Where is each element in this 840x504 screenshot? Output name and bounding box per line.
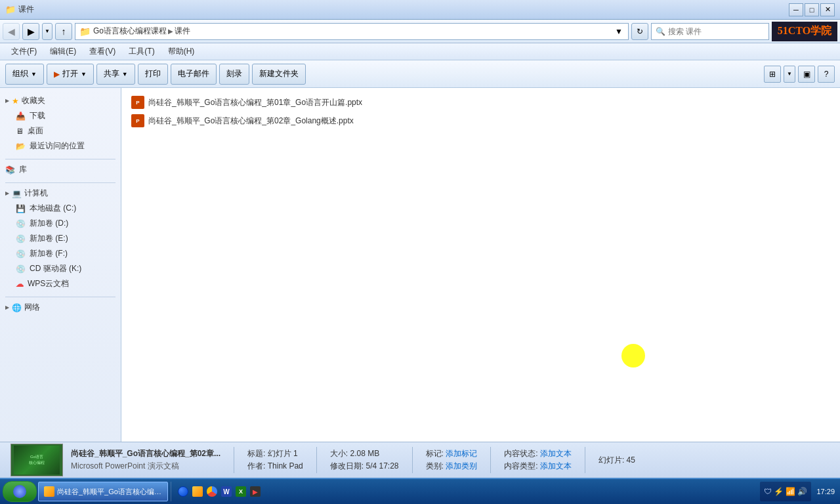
newfolder-button[interactable]: 新建文件夹 bbox=[252, 64, 306, 85]
tray-bluetooth-icon[interactable]: ⚡ bbox=[774, 487, 784, 496]
sidebar-item-recent[interactable]: 📂 最近访问的位置 bbox=[0, 138, 121, 154]
forward-button[interactable]: ▶ bbox=[22, 23, 39, 40]
cd-k-label: CD 驱动器 (K:) bbox=[30, 263, 81, 274]
help-icon: ? bbox=[824, 70, 829, 79]
list-item[interactable]: P 尚硅谷_韩顺平_Go语言核心编程_第02章_Golang概述.pptx bbox=[127, 112, 835, 130]
address-bar[interactable]: 📁 Go语言核心编程课程 ▶ 课件 ▼ bbox=[75, 23, 629, 40]
up-button[interactable]: ↑ bbox=[55, 23, 72, 40]
burn-button[interactable]: 刻录 bbox=[219, 64, 249, 85]
email-button[interactable]: 电子邮件 bbox=[171, 64, 217, 85]
desktop-icon: 🖥 bbox=[16, 127, 24, 136]
sidebar-item-downloads[interactable]: 📥 下载 bbox=[0, 108, 121, 123]
desktop-label: 桌面 bbox=[28, 125, 43, 136]
drive-c-icon: 💾 bbox=[16, 204, 26, 213]
drive-f-icon: 💿 bbox=[16, 249, 26, 259]
menu-help[interactable]: 帮助(H) bbox=[162, 44, 201, 59]
favorites-header[interactable]: ▶ ★ 收藏夹 bbox=[0, 93, 121, 108]
camera-icon[interactable]: ▶ bbox=[250, 486, 261, 497]
triangle-icon-2: ▶ bbox=[5, 190, 9, 196]
file-icon-2: P bbox=[131, 114, 144, 127]
sidebar-item-desktop[interactable]: 🖥 桌面 bbox=[0, 123, 121, 138]
sidebar-item-wps[interactable]: ☁ WPS云文档 bbox=[0, 276, 121, 291]
computer-header[interactable]: ▶ 💻 计算机 bbox=[0, 186, 121, 201]
view-dropdown-button[interactable]: ▼ bbox=[784, 66, 795, 83]
address-dropdown-icon[interactable]: ▼ bbox=[615, 27, 624, 36]
status-tags: 标记: 添加标记 bbox=[426, 448, 478, 459]
ie-icon[interactable] bbox=[178, 486, 188, 497]
downloads-label: 下载 bbox=[30, 110, 45, 121]
tray-network-icon[interactable]: 📶 bbox=[786, 487, 795, 496]
path-separator-icon: ▶ bbox=[168, 28, 173, 35]
share-button[interactable]: 共享 ▼ bbox=[96, 64, 135, 85]
sidebar-divider-1 bbox=[5, 159, 116, 159]
newfolder-label: 新建文件夹 bbox=[259, 68, 299, 79]
wps-label: WPS云文档 bbox=[28, 278, 69, 289]
logo: 51CTO学院 bbox=[772, 22, 837, 41]
sidebar-item-f[interactable]: 💿 新加卷 (F:) bbox=[0, 246, 121, 261]
taskbar-explorer[interactable]: 尚硅谷_韩顺平_Go语言核心编程_第02章... bbox=[38, 482, 168, 501]
back-button[interactable]: ◀ bbox=[3, 23, 20, 40]
path-current: 课件 bbox=[175, 26, 190, 37]
wps-w-icon[interactable]: W bbox=[221, 486, 232, 497]
back-icon: ◀ bbox=[8, 26, 15, 37]
open-button[interactable]: ▶ 打开 ▼ bbox=[47, 64, 94, 85]
share-dropdown-icon: ▼ bbox=[122, 71, 128, 77]
status-content-state: 内容状态: 添加文本 bbox=[504, 448, 572, 459]
status-title-section: 标题: 幻灯片 1 作者: Think Pad bbox=[247, 448, 303, 472]
pptx-icon-2: P bbox=[131, 114, 144, 127]
sidebar-item-d[interactable]: 💿 新加卷 (D:) bbox=[0, 216, 121, 231]
organize-button[interactable]: 组织 ▼ bbox=[5, 64, 44, 85]
file-name-1: 尚硅谷_韩顺平_Go语言核心编程_第01章_Go语言开山篇.pptx bbox=[148, 97, 362, 108]
network-label: 网络 bbox=[24, 302, 40, 313]
taskbar-explorer-label: 尚硅谷_韩顺平_Go语言核心编程_第02章... bbox=[57, 487, 162, 497]
explorer-icon[interactable] bbox=[192, 486, 203, 497]
view-toggle-button[interactable]: ⊞ bbox=[764, 66, 781, 83]
drive-d-icon: 💿 bbox=[16, 219, 26, 228]
library-header[interactable]: 📚 库 bbox=[0, 162, 121, 177]
status-size: 大小: 2.08 MB bbox=[330, 448, 399, 459]
print-button[interactable]: 打印 bbox=[138, 64, 168, 85]
status-divider-1 bbox=[234, 447, 234, 473]
menu-tools[interactable]: 工具(T) bbox=[123, 44, 160, 59]
list-item[interactable]: P 尚硅谷_韩顺平_Go语言核心编程_第01章_Go语言开山篇.pptx bbox=[127, 93, 835, 112]
minimize-button[interactable]: ─ bbox=[789, 3, 803, 16]
slides-label: 幻灯片: bbox=[598, 455, 624, 465]
tray-volume-icon[interactable]: 🔊 bbox=[797, 487, 807, 496]
triangle-icon: ▶ bbox=[5, 98, 9, 104]
tray-security-icon[interactable]: 🛡 bbox=[764, 487, 772, 496]
open-icon: ▶ bbox=[54, 70, 60, 79]
chrome-icon[interactable] bbox=[207, 486, 217, 497]
menu-view[interactable]: 查看(V) bbox=[83, 44, 121, 59]
nav-dropdown-button[interactable]: ▼ bbox=[42, 23, 52, 40]
search-icon: 🔍 bbox=[656, 27, 665, 36]
systray: 🛡 ⚡ 📶 🔊 bbox=[760, 482, 811, 501]
search-bar[interactable]: 🔍 bbox=[651, 23, 769, 40]
status-divider-2 bbox=[316, 447, 317, 473]
sidebar-item-e[interactable]: 💿 新加卷 (E:) bbox=[0, 231, 121, 246]
file-area: P 尚硅谷_韩顺平_Go语言核心编程_第01章_Go语言开山篇.pptx P 尚… bbox=[121, 88, 840, 442]
burn-label: 刻录 bbox=[226, 68, 242, 79]
window-title: 课件 bbox=[18, 4, 34, 15]
search-input[interactable] bbox=[668, 27, 747, 36]
preview-pane-button[interactable]: ▣ bbox=[798, 66, 815, 83]
start-button[interactable] bbox=[3, 481, 37, 502]
maximize-button[interactable]: □ bbox=[805, 3, 819, 16]
close-button[interactable]: ✕ bbox=[820, 3, 835, 16]
excel-icon[interactable]: X bbox=[236, 486, 246, 497]
organize-label: 组织 bbox=[12, 68, 28, 79]
refresh-button[interactable]: ↻ bbox=[631, 23, 648, 40]
network-header[interactable]: ▶ 🌐 网络 bbox=[0, 300, 121, 315]
content-state-value: 添加文本 bbox=[540, 449, 572, 458]
sidebar-item-k[interactable]: 💿 CD 驱动器 (K:) bbox=[0, 261, 121, 276]
sidebar-item-c[interactable]: 💾 本地磁盘 (C:) bbox=[0, 201, 121, 216]
status-divider-5 bbox=[585, 447, 585, 473]
computer-section: ▶ 💻 计算机 💾 本地磁盘 (C:) 💿 新加卷 (D:) 💿 新加卷 (E:… bbox=[0, 186, 121, 291]
view-icon: ⊞ bbox=[769, 70, 776, 79]
menu-edit[interactable]: 编辑(E) bbox=[44, 44, 82, 59]
status-tags-section: 标记: 添加标记 类别: 添加类别 bbox=[426, 448, 478, 472]
path-root: Go语言核心编程课程 bbox=[93, 26, 167, 37]
help-button[interactable]: ? bbox=[818, 66, 835, 83]
menubar: 文件(F) 编辑(E) 查看(V) 工具(T) 帮助(H) bbox=[0, 43, 840, 60]
local-c-label: 本地磁盘 (C:) bbox=[30, 203, 76, 214]
menu-file[interactable]: 文件(F) bbox=[5, 44, 43, 59]
